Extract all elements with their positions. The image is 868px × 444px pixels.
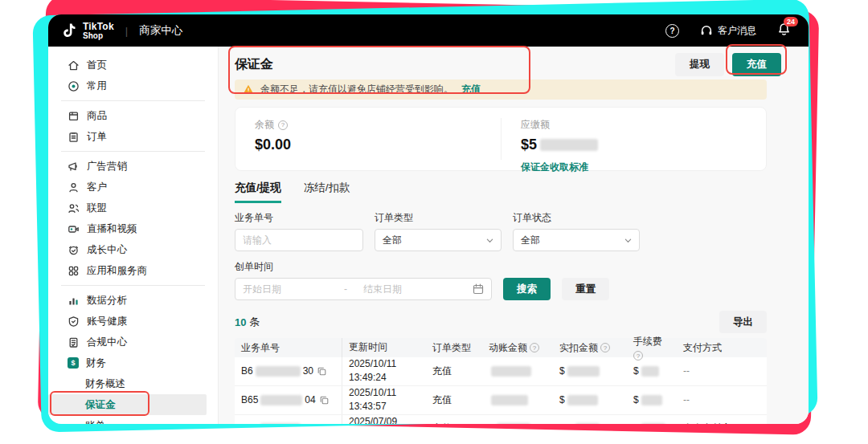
col-update-time: 更新时间 bbox=[342, 340, 426, 354]
deposit-standard-link[interactable]: 保证金收取标准 bbox=[521, 161, 747, 174]
filter-order-no: 业务单号 bbox=[235, 211, 363, 251]
cell-payment-method: -- bbox=[677, 394, 767, 405]
cell-actual-amount: $ bbox=[553, 394, 627, 405]
order-no-prefix: B65 bbox=[241, 423, 258, 424]
cell-actual-amount: ¥3, 9 bbox=[553, 423, 627, 424]
reset-button[interactable]: 重置 bbox=[562, 278, 609, 300]
finance-dollar-icon: $ bbox=[68, 357, 79, 369]
search-button[interactable]: 搜索 bbox=[503, 278, 551, 300]
tab-recharge-withdraw[interactable]: 充值/提现 bbox=[235, 181, 281, 203]
cell-fee: $ bbox=[627, 365, 677, 377]
transactions-table: 业务单号 更新时间 订单类型 动账金额 ? 实扣金额 ? bbox=[235, 338, 767, 424]
tab-freeze-deduct[interactable]: 冻结/扣款 bbox=[304, 181, 350, 203]
chevron-down-icon bbox=[486, 237, 493, 244]
sidebar-item-label: 商品 bbox=[87, 109, 107, 123]
sidebar-item-affiliate[interactable]: 联盟 bbox=[48, 198, 218, 218]
top-header: TikTok Shop | 商家中心 ? 客户消息 bbox=[48, 14, 809, 47]
notification-badge: 24 bbox=[784, 17, 798, 27]
copy-icon[interactable] bbox=[317, 367, 326, 376]
help-icon[interactable]: ? bbox=[665, 24, 679, 38]
sidebar-item-account-health[interactable]: 账号健康 bbox=[48, 311, 218, 332]
apps-grid-icon bbox=[68, 265, 80, 277]
sidebar-item-home[interactable]: 首页 bbox=[48, 55, 218, 75]
chevron-down-icon bbox=[624, 237, 632, 244]
sidebar-item-finance-overview[interactable]: 财务概述 bbox=[48, 373, 218, 394]
amount-due-column: 应缴额 $5 保证金收取标准 bbox=[501, 118, 766, 160]
result-count: 10 bbox=[235, 316, 246, 328]
sidebar-item-label: 首页 bbox=[87, 59, 107, 72]
sidebar-item-ads[interactable]: 广告营销 bbox=[48, 156, 218, 177]
balance-card: 余额 ? $0.00 应缴额 $5 bbox=[235, 107, 767, 171]
product-box-icon bbox=[68, 110, 80, 122]
amount-due-label: 应缴额 bbox=[521, 118, 550, 132]
sidebar-item-orders[interactable]: 订单 bbox=[48, 126, 218, 147]
order-type-label: 订单类型 bbox=[375, 211, 502, 225]
cell-transaction-amount: $ bbox=[482, 423, 553, 424]
affiliate-icon bbox=[68, 202, 80, 214]
notifications-button[interactable]: 24 bbox=[777, 22, 791, 39]
cell-order-no: B65 04 bbox=[235, 386, 342, 414]
document-check-icon bbox=[68, 336, 80, 348]
cell-transaction-amount bbox=[482, 395, 553, 405]
sidebar-item-label: 订单 bbox=[87, 130, 107, 144]
sidebar-item-bills[interactable]: 账单 bbox=[48, 415, 218, 424]
order-no-suffix: 04 bbox=[305, 394, 315, 405]
col-payment-method: 支付方式 bbox=[677, 341, 767, 355]
cell-order-type: 充值 bbox=[426, 422, 482, 424]
warning-triangle-icon bbox=[243, 84, 254, 95]
amount-prefix: $ bbox=[633, 365, 639, 377]
order-no-prefix: B65 bbox=[241, 394, 258, 405]
headset-icon bbox=[700, 24, 713, 37]
info-icon[interactable]: ? bbox=[278, 120, 288, 130]
logo-text: TikTok Shop bbox=[83, 22, 114, 40]
sidebar-item-customers[interactable]: 客户 bbox=[48, 177, 218, 198]
table-row: B65 72 2025/07/09 04:20:48 充值 $ bbox=[235, 415, 767, 424]
tiktok-shop-logo[interactable]: TikTok Shop bbox=[61, 22, 114, 40]
warning-text: 余额不足，请充值以避免店铺经营受到影响。 bbox=[260, 83, 453, 96]
sidebar-item-compliance[interactable]: 合规中心 bbox=[48, 332, 218, 352]
sidebar-item-label: 联盟 bbox=[87, 202, 107, 215]
home-icon bbox=[68, 59, 80, 71]
result-count-row: 10 条 导出 bbox=[235, 311, 767, 333]
warning-recharge-link[interactable]: 充值 bbox=[461, 83, 481, 96]
sidebar-item-label: 保证金 bbox=[85, 398, 116, 412]
cell-actual-amount: $ bbox=[553, 365, 627, 377]
amount-prefix: ¥ bbox=[633, 423, 639, 424]
cell-fee: $ bbox=[627, 394, 677, 405]
info-icon[interactable]: ? bbox=[600, 343, 610, 352]
sidebar-item-growth[interactable]: 成长中心 bbox=[48, 239, 218, 260]
order-status-value: 全部 bbox=[521, 234, 540, 247]
sidebar-item-products[interactable]: 商品 bbox=[48, 105, 218, 126]
page-title-row: 保证金 提现 充值 bbox=[235, 51, 781, 77]
order-type-select[interactable]: 全部 bbox=[375, 229, 502, 251]
clipboard-icon bbox=[68, 131, 80, 143]
sidebar-item-label: 账单 bbox=[85, 419, 105, 425]
amount-prefix: ¥3, bbox=[559, 423, 573, 424]
sidebar-divider bbox=[61, 151, 205, 152]
info-icon[interactable]: ? bbox=[633, 351, 643, 360]
date-range-input[interactable]: 开始日期 - 结束日期 bbox=[235, 278, 492, 300]
export-button[interactable]: 导出 bbox=[719, 311, 767, 333]
copy-icon[interactable] bbox=[320, 396, 329, 405]
withdraw-button[interactable]: 提现 bbox=[675, 53, 724, 76]
sidebar-item-live-video[interactable]: 直播和视频 bbox=[48, 218, 218, 239]
order-no-input[interactable] bbox=[235, 229, 363, 251]
recharge-button[interactable]: 充值 bbox=[732, 53, 781, 76]
result-count-unit: 条 bbox=[249, 315, 260, 329]
cell-transaction-amount bbox=[482, 366, 553, 377]
sidebar-item-deposit[interactable]: 保证金 bbox=[48, 394, 207, 415]
sidebar-item-apps[interactable]: 应用和服务商 bbox=[48, 260, 218, 281]
sidebar-item-label: 应用和服务商 bbox=[87, 264, 147, 278]
customer-service-button[interactable]: 客户消息 bbox=[700, 24, 756, 38]
redacted-value bbox=[567, 395, 598, 405]
sidebar-item-analytics[interactable]: 数据分析 bbox=[48, 290, 218, 311]
insufficient-balance-banner: 余额不足，请充值以避免店铺经营受到影响。 充值 bbox=[235, 79, 767, 100]
order-status-select[interactable]: 全部 bbox=[513, 229, 640, 251]
cell-order-no: B65 72 bbox=[235, 415, 342, 424]
info-icon[interactable]: ? bbox=[530, 343, 539, 352]
customer-service-label: 客户消息 bbox=[718, 24, 756, 38]
sidebar-item-finance[interactable]: $ 财务 bbox=[48, 352, 218, 373]
amount-prefix: $ bbox=[559, 365, 565, 377]
date-end-placeholder: 结束日期 bbox=[363, 283, 402, 296]
sidebar-item-frequent[interactable]: 常用 bbox=[48, 75, 218, 96]
